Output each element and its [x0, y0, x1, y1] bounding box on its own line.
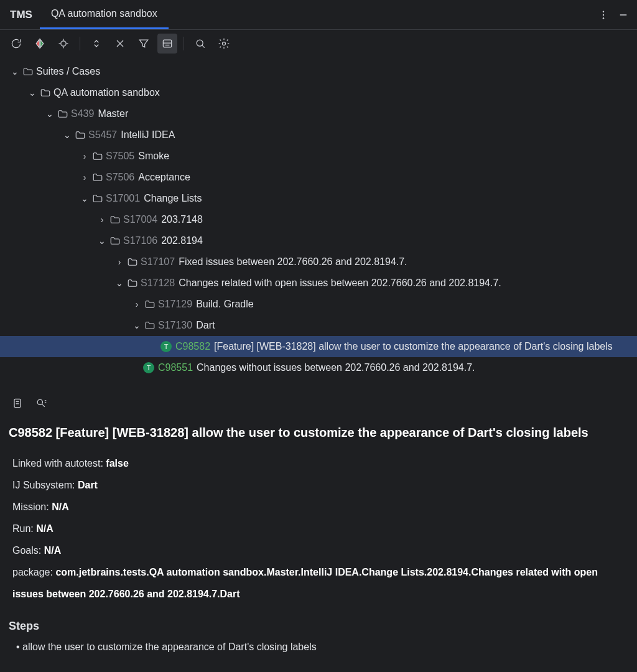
tree-suite[interactable]: ⌄S17130Dart: [0, 315, 637, 336]
detail-field: IJ Subsystem: Dart: [12, 474, 628, 496]
tree-case[interactable]: ›TC98551Changes without issues between 2…: [0, 357, 637, 378]
field-key: IJ Subsystem:: [12, 480, 78, 490]
detail-panel: C98582 [Feature] [WEB-31828] allow the u…: [0, 390, 637, 653]
folder-icon: [91, 193, 105, 204]
copy-description-icon[interactable]: [9, 394, 26, 412]
suite-id: S439: [71, 108, 94, 119]
toolbar-separator: [80, 37, 80, 50]
kebab-menu-icon[interactable]: [593, 0, 613, 29]
chevron-right-icon[interactable]: ›: [96, 215, 108, 225]
app-brand: TMS: [7, 0, 40, 29]
suite-id: S17107: [141, 256, 175, 268]
svg-line-15: [42, 404, 45, 407]
tree-item-label: 202.8194: [161, 235, 203, 246]
expand-collapse-button[interactable]: [86, 34, 106, 54]
folder-icon: [143, 299, 157, 310]
settings-button[interactable]: [214, 34, 234, 54]
detail-panel-toggle[interactable]: [157, 34, 177, 54]
folder-icon: [56, 108, 70, 119]
tree-suite[interactable]: ›S17107Fixed issues between 202.7660.26 …: [0, 251, 637, 273]
field-value: N/A: [44, 545, 62, 556]
tree-suite[interactable]: ⌄S17106202.8194: [0, 230, 637, 251]
detail-field: Goals: N/A: [12, 539, 628, 561]
minimize-icon[interactable]: [613, 0, 633, 29]
folder-icon: [39, 87, 52, 98]
tree-item-label: Fixed issues between 202.7660.26 and 202…: [179, 256, 407, 268]
tree-case[interactable]: ›TC98582[Feature] [WEB-31828] allow the …: [0, 336, 637, 357]
field-key: Mission:: [12, 502, 52, 512]
tree-suite[interactable]: ⌄QA automation sandbox: [0, 82, 637, 103]
chevron-down-icon[interactable]: ⌄: [78, 194, 91, 203]
tree-suite[interactable]: ⌄Suites / Cases: [0, 61, 637, 82]
field-key: package:: [12, 567, 55, 577]
tree-suite[interactable]: ⌄S17001Change Lists: [0, 188, 637, 209]
svg-point-0: [603, 11, 604, 12]
tree-suite[interactable]: ›S17004203.7148: [0, 209, 637, 230]
chevron-down-icon[interactable]: ⌄: [26, 88, 39, 98]
detail-toolbar: [9, 390, 628, 417]
svg-point-2: [603, 17, 604, 19]
tree-item-label: Smoke: [138, 151, 169, 162]
suite-id: S17129: [158, 299, 192, 310]
find-test-icon[interactable]: [32, 394, 50, 412]
close-button[interactable]: [110, 34, 130, 54]
detail-field: Linked with autotest: false: [12, 452, 628, 474]
compare-diff-button[interactable]: [30, 34, 50, 54]
chevron-down-icon[interactable]: ⌄: [96, 236, 108, 246]
tree-item-label: QA automation sandbox: [53, 87, 160, 98]
suite-tree: ⌄Suites / Cases⌄QA automation sandbox⌄S4…: [0, 57, 637, 378]
tree-suite[interactable]: ⌄S17128Changes related with open issues …: [0, 273, 637, 294]
chevron-right-icon[interactable]: ›: [78, 151, 91, 161]
tree-item-label: Dart: [196, 320, 215, 331]
suite-id: S7505: [106, 151, 134, 162]
chevron-right-icon[interactable]: ›: [131, 299, 143, 309]
tree-suite[interactable]: ›S7506Acceptance: [0, 167, 637, 188]
chevron-right-icon[interactable]: ›: [78, 172, 91, 182]
toolbar-separator: [184, 37, 184, 50]
suite-id: S17004: [123, 214, 157, 225]
tree-suite[interactable]: ⌄S439Master: [0, 103, 637, 124]
folder-icon: [126, 256, 139, 268]
steps-list: allow the user to customize the appearan…: [9, 642, 628, 653]
field-value: false: [106, 458, 128, 469]
tree-suite[interactable]: ›S17129Build. Gradle: [0, 294, 637, 315]
tab-project[interactable]: QA automation sandbox: [40, 0, 169, 29]
detail-title: C98582 [Feature] [WEB-31828] allow the u…: [9, 426, 628, 440]
folder-icon: [73, 129, 87, 141]
svg-point-1: [603, 14, 604, 15]
chevron-right-icon[interactable]: ›: [113, 257, 126, 267]
chevron-down-icon[interactable]: ⌄: [131, 320, 143, 330]
tree-item-label: Acceptance: [138, 172, 190, 183]
detail-field: Run: N/A: [12, 518, 628, 539]
svg-point-8: [197, 40, 203, 46]
suite-id: S17001: [106, 193, 140, 204]
tree-suite[interactable]: ›S7505Smoke: [0, 146, 637, 167]
chevron-down-icon[interactable]: ⌄: [9, 67, 21, 77]
tree-item-label: Master: [98, 108, 128, 119]
locate-button[interactable]: [53, 34, 73, 54]
chevron-down-icon[interactable]: ⌄: [44, 109, 56, 119]
steps-heading: Steps: [9, 620, 628, 633]
tree-suite[interactable]: ⌄S5457IntelliJ IDEA: [0, 124, 637, 146]
folder-icon: [91, 151, 105, 162]
refresh-button[interactable]: [6, 34, 26, 54]
suite-id: S7506: [106, 172, 134, 183]
folder-icon: [108, 214, 122, 225]
case-id: C98582: [175, 341, 210, 352]
tree-item-label: Changes without issues between 202.7660.…: [197, 362, 475, 373]
tree-item-label: [Feature] [WEB-31828] allow the user to …: [214, 341, 613, 352]
toolbar: [0, 30, 637, 57]
title-bar: TMS QA automation sandbox: [0, 0, 637, 30]
svg-rect-5: [163, 40, 171, 47]
search-button[interactable]: [190, 34, 210, 54]
chevron-down-icon[interactable]: ⌄: [61, 130, 73, 140]
chevron-down-icon[interactable]: ⌄: [113, 278, 126, 288]
suite-id: S5457: [88, 129, 117, 141]
field-key: Run:: [12, 523, 36, 534]
suite-id: S17128: [141, 278, 175, 289]
tree-item-label: IntelliJ IDEA: [121, 129, 175, 141]
field-value: com.jetbrains.tests.QA automation sandbo…: [12, 567, 598, 599]
detail-fields: Linked with autotest: falseIJ Subsystem:…: [9, 452, 628, 605]
filter-button[interactable]: [134, 34, 154, 54]
tree-item-label: Build. Gradle: [196, 299, 254, 310]
